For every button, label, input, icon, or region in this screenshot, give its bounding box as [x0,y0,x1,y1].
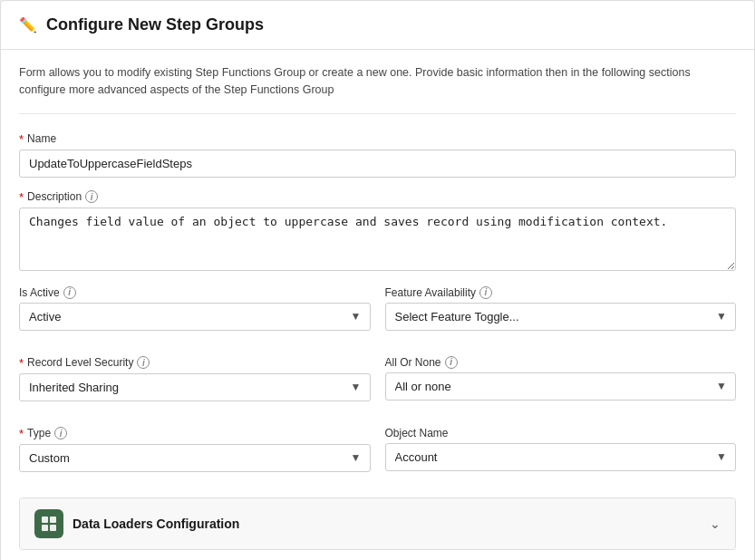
name-label: * Name [19,132,736,146]
accordion-header-left: Data Loaders Configuration [34,509,239,538]
description-info-icon[interactable]: i [85,190,98,203]
svg-rect-3 [50,525,56,531]
form-description: Form allows you to modify existing Step … [19,64,736,114]
type-group: * Type i Custom Standard ▼ [19,427,371,472]
all-or-none-select[interactable]: All or none None [385,372,737,401]
record-level-security-group: * Record Level Security i Inherited Shar… [19,356,371,401]
object-name-group: Object Name Account Contact Lead Opportu… [385,427,737,472]
type-select-wrapper: Custom Standard ▼ [19,444,371,472]
record-level-security-select-wrapper: Inherited Sharing Without Sharing With S… [19,373,371,401]
data-loaders-accordion-header[interactable]: Data Loaders Configuration ⌄ [20,498,735,549]
feature-availability-select[interactable]: Select Feature Toggle... [385,303,737,331]
edit-icon: ✏️ [19,16,37,34]
name-input[interactable] [19,150,736,178]
object-name-select-wrapper: Account Contact Lead Opportunity ▼ [385,443,737,471]
is-active-select[interactable]: Active Inactive [19,303,371,331]
modal-body: Form allows you to modify existing Step … [1,50,754,560]
svg-rect-1 [50,517,56,523]
accordion-chevron-icon: ⌄ [710,517,721,531]
feature-availability-select-wrapper: Select Feature Toggle... ▼ [385,303,737,331]
object-name-select[interactable]: Account Contact Lead Opportunity [385,443,737,471]
description-label: * Description i [19,190,736,204]
type-label: * Type i [19,427,371,440]
data-loaders-icon [34,509,63,538]
configure-step-groups-modal: ✏️ Configure New Step Groups Form allows… [0,0,755,560]
modal-title: Configure New Step Groups [46,15,264,34]
name-group: * Name [19,132,736,178]
data-loaders-accordion: Data Loaders Configuration ⌄ [19,497,736,550]
feature-availability-info-icon[interactable]: i [479,286,492,299]
description-textarea[interactable]: Changes field value of an object to uppe… [19,208,736,271]
record-level-security-label: * Record Level Security i [19,356,371,370]
is-active-label: Is Active i [19,286,371,299]
object-name-label: Object Name [385,427,737,439]
active-feature-row: Is Active i Active Inactive ▼ Feature Av… [19,286,736,343]
type-select[interactable]: Custom Standard [19,444,371,472]
is-active-group: Is Active i Active Inactive ▼ [19,286,371,331]
is-active-info-icon[interactable]: i [63,286,76,299]
modal-header: ✏️ Configure New Step Groups [1,1,754,50]
all-or-none-select-wrapper: All or none None ▼ [385,372,737,401]
security-allornone-row: * Record Level Security i Inherited Shar… [19,356,736,414]
record-level-security-select[interactable]: Inherited Sharing Without Sharing With S… [19,373,371,401]
accordion-title: Data Loaders Configuration [73,517,239,531]
svg-rect-0 [42,517,48,523]
svg-rect-2 [42,525,48,531]
all-or-none-group: All Or None i All or none None ▼ [385,356,737,401]
all-or-none-label: All Or None i [385,356,737,369]
feature-availability-group: Feature Availability i Select Feature To… [385,286,737,331]
type-objectname-row: * Type i Custom Standard ▼ Object Name [19,427,736,485]
record-level-security-info-icon[interactable]: i [137,356,150,369]
is-active-select-wrapper: Active Inactive ▼ [19,303,371,331]
description-group: * Description i Changes field value of a… [19,190,736,274]
type-info-icon[interactable]: i [54,427,67,439]
all-or-none-info-icon[interactable]: i [445,356,458,369]
feature-availability-label: Feature Availability i [385,286,737,299]
